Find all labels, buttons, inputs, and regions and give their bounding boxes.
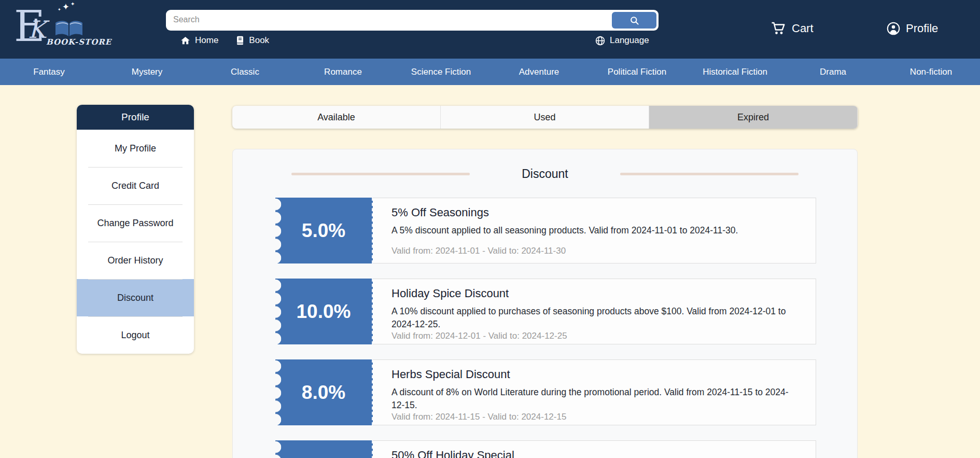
section-heading: Discount bbox=[233, 167, 857, 181]
coupon-title: 50% Off Holiday Special bbox=[391, 449, 792, 458]
coupon-card: 50% Off Holiday Special bbox=[275, 440, 816, 458]
logo-monogram-k: K bbox=[28, 16, 46, 44]
sidebar-item[interactable]: Discount bbox=[77, 279, 194, 316]
category-link[interactable]: Science Fiction bbox=[392, 59, 490, 85]
coupon-title: Herbs Special Discount bbox=[391, 368, 792, 381]
coupon-percent-badge: 8.0% bbox=[275, 359, 373, 425]
category-link[interactable]: Fantasy bbox=[0, 59, 98, 85]
sidebar-item[interactable]: Credit Card bbox=[77, 167, 194, 204]
category-link[interactable]: Historical Fiction bbox=[686, 59, 784, 85]
tab[interactable]: Available bbox=[232, 106, 441, 129]
coupon-list: 5.0% 5% Off Seasonings A 5% discount app… bbox=[275, 198, 816, 458]
coupon-title: 5% Off Seasonings bbox=[391, 206, 792, 219]
coupon-description: A 10% discount applied to purchases of s… bbox=[391, 305, 792, 331]
category-link[interactable]: Non-fiction bbox=[882, 59, 980, 85]
sidebar-item[interactable]: Logout bbox=[77, 316, 194, 354]
decorative-rule-right bbox=[620, 173, 799, 175]
sidebar-item[interactable]: My Profile bbox=[77, 130, 194, 167]
coupon-card: 10.0% Holiday Spice Discount A 10% disco… bbox=[275, 279, 816, 344]
open-book-icon bbox=[54, 20, 83, 37]
coupon-percent-badge: 5.0% bbox=[275, 198, 373, 263]
decorative-rule-left bbox=[291, 173, 470, 175]
home-icon bbox=[180, 36, 190, 45]
cart-button[interactable]: Cart bbox=[771, 22, 814, 35]
search-input[interactable] bbox=[173, 10, 588, 29]
language-label: Language bbox=[610, 35, 649, 46]
sidebar-title: Profile bbox=[77, 105, 194, 130]
category-nav: FantasyMysteryClassicRomanceScience Fict… bbox=[0, 59, 980, 85]
book-icon bbox=[236, 36, 244, 45]
category-link[interactable]: Adventure bbox=[490, 59, 588, 85]
coupon-title: Holiday Spice Discount bbox=[391, 287, 792, 300]
store-logo[interactable]: E K ✦✦✦ BOOK-STORE bbox=[14, 8, 118, 49]
profile-button[interactable]: Profile bbox=[887, 22, 938, 35]
coupon-validity: Valid from: 2024-12-01 - Valid to: 2024-… bbox=[391, 331, 792, 341]
sparkles-icon: ✦✦✦ bbox=[58, 1, 76, 12]
search-button[interactable] bbox=[612, 12, 656, 29]
coupon-status-tabs: AvailableUsedExpired bbox=[232, 106, 858, 129]
coupon-description: A discount of 8% on World Literature dur… bbox=[391, 386, 792, 412]
coupon-percent-badge: 10.0% bbox=[275, 279, 373, 344]
globe-icon bbox=[595, 36, 605, 46]
discount-panel: Discount 5.0% 5% Off Seasonings A 5% dis… bbox=[232, 149, 858, 458]
coupon-body: Holiday Spice Discount A 10% discount ap… bbox=[373, 279, 816, 344]
coupon-body: 50% Off Holiday Special bbox=[373, 441, 816, 458]
header-nav-links: Home Book bbox=[180, 35, 269, 46]
category-link[interactable]: Mystery bbox=[98, 59, 196, 85]
category-link[interactable]: Political Fiction bbox=[588, 59, 686, 85]
book-link[interactable]: Book bbox=[236, 35, 269, 46]
home-link[interactable]: Home bbox=[180, 35, 218, 46]
sidebar-item[interactable]: Order History bbox=[77, 242, 194, 279]
coupon-percent: 8.0% bbox=[302, 382, 345, 404]
coupon-percent: 5.0% bbox=[302, 220, 345, 242]
cart-icon bbox=[771, 22, 786, 35]
category-link[interactable]: Romance bbox=[294, 59, 392, 85]
coupon-validity: Valid from: 2024-11-01 - Valid to: 2024-… bbox=[391, 246, 792, 256]
coupon-description: A 5% discount applied to all seasoning p… bbox=[391, 224, 792, 237]
coupon-body: 5% Off Seasonings A 5% discount applied … bbox=[373, 198, 816, 263]
book-link-label: Book bbox=[249, 35, 269, 46]
tab[interactable]: Expired bbox=[649, 106, 858, 129]
coupon-validity: Valid from: 2024-11-15 - Valid to: 2024-… bbox=[391, 412, 792, 422]
store-name: BOOK-STORE bbox=[46, 37, 111, 47]
search-icon bbox=[629, 16, 639, 25]
profile-icon bbox=[887, 22, 900, 35]
search-bar bbox=[166, 10, 659, 31]
language-selector[interactable]: Language bbox=[595, 35, 649, 46]
coupon-card: 8.0% Herbs Special Discount A discount o… bbox=[275, 359, 816, 425]
coupon-card: 5.0% 5% Off Seasonings A 5% discount app… bbox=[275, 198, 816, 263]
tab[interactable]: Used bbox=[441, 106, 649, 129]
header: E K ✦✦✦ BOOK-STORE Home bbox=[0, 0, 980, 59]
home-link-label: Home bbox=[195, 35, 218, 46]
category-link[interactable]: Classic bbox=[196, 59, 294, 85]
profile-label: Profile bbox=[906, 22, 938, 35]
sidebar-item[interactable]: Change Password bbox=[77, 204, 194, 242]
coupon-body: Herbs Special Discount A discount of 8% … bbox=[373, 360, 816, 425]
coupon-percent: 10.0% bbox=[297, 301, 351, 323]
cart-label: Cart bbox=[792, 22, 814, 35]
category-link[interactable]: Drama bbox=[784, 59, 882, 85]
section-title: Discount bbox=[522, 167, 568, 181]
coupon-percent-badge bbox=[275, 440, 373, 458]
profile-sidebar: Profile My ProfileCredit CardChange Pass… bbox=[77, 105, 194, 354]
